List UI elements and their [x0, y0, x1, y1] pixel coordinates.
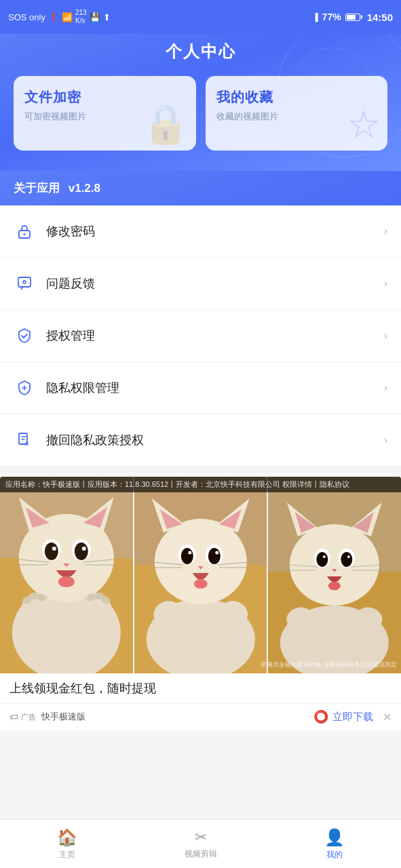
revoke-label: 撤回隐私政策授权 — [46, 432, 384, 448]
svg-point-17 — [52, 547, 56, 551]
svg-point-63 — [317, 552, 328, 567]
file-encrypt-card[interactable]: 文件加密 可加密视频图片 🔒 — [14, 76, 196, 151]
document-icon — [14, 429, 35, 451]
cat-panel-3 — [267, 477, 401, 673]
svg-point-18 — [82, 547, 86, 551]
ad-close-button[interactable]: ✕ — [383, 711, 392, 724]
arrow-icon-1: › — [384, 277, 387, 290]
status-left: SOS only ❗ 📶 213 K/s 💾 ⬆ — [8, 9, 111, 25]
ad-info-bar: 应用名称：快手极速版丨应用版本：11.8.30.6512丨开发者：北京快手科技有… — [0, 477, 401, 492]
star-icon: ☆ — [347, 102, 381, 146]
sos-text: SOS only — [8, 12, 45, 22]
arrow-icon-4: › — [384, 434, 387, 446]
header-area: 个人中心 文件加密 可加密视频图片 🔒 我的收藏 收藏的视频图片 ☆ — [0, 34, 401, 171]
data-speed: 213 K/s — [75, 9, 87, 25]
status-right: ▐ 77% 14:50 — [313, 12, 393, 23]
alert-icon: ❗ — [48, 12, 59, 22]
menu-item-revoke[interactable]: 撤回隐私政策授权 › — [0, 414, 401, 466]
privacy-label: 隐私权限管理 — [46, 380, 384, 396]
sd-icon: 💾 — [90, 12, 100, 22]
svg-point-3 — [23, 281, 26, 283]
home-icon: 🏠 — [57, 828, 77, 847]
svg-point-67 — [328, 582, 341, 591]
favorites-title: 我的收藏 — [216, 88, 377, 106]
nav-label-video-edit: 视频剪辑 — [185, 848, 217, 860]
nav-item-home[interactable]: 🏠 主页 — [0, 828, 134, 861]
arrow-icon-0: › — [384, 225, 387, 237]
favorites-subtitle: 收藏的视频图片 — [216, 111, 377, 123]
nav-item-video-edit[interactable]: ✂ 视频剪辑 — [134, 829, 267, 860]
bottom-nav: 🏠 主页 ✂ 视频剪辑 👤 我的 — [0, 819, 401, 868]
signal-bars: ▐ — [313, 13, 318, 21]
svg-point-35 — [155, 519, 247, 604]
about-section: 关于应用 v1.2.8 — [0, 171, 401, 205]
ad-download-button[interactable]: ⭕ 立即下载 — [313, 709, 373, 724]
menu-item-feedback[interactable]: 问题反馈 › — [0, 258, 401, 310]
svg-point-1 — [24, 233, 26, 235]
menu-list: 修改密码 › 问题反馈 › — [0, 205, 401, 466]
ad-badge-icon: 🏷 — [9, 712, 18, 722]
feature-cards: 文件加密 可加密视频图片 🔒 我的收藏 收藏的视频图片 ☆ — [14, 76, 387, 151]
feedback-icon — [14, 273, 35, 294]
ad-badge: 🏷 广告 — [9, 712, 36, 722]
svg-point-66 — [347, 555, 350, 558]
menu-item-change-password[interactable]: 修改密码 › — [0, 205, 401, 258]
profile-icon: 👤 — [324, 828, 345, 847]
menu-item-privacy[interactable]: 隐私权限管理 › — [0, 362, 401, 414]
battery-indicator — [345, 14, 360, 21]
privacy-shield-icon — [14, 377, 35, 399]
svg-point-42 — [181, 548, 193, 564]
nav-label-profile: 我的 — [326, 849, 343, 861]
wifi-icon: 📶 — [62, 12, 73, 22]
download-circle-icon: ⭕ — [313, 709, 328, 724]
ad-caption: 上线领现金红包，随时提现 — [0, 673, 401, 703]
battery-fill — [347, 15, 356, 20]
menu-item-auth[interactable]: 授权管理 › — [0, 310, 401, 362]
ad-watermark: 所展示全额为单笔到账 金额根据任务完成情况而定 — [261, 660, 397, 669]
favorites-card[interactable]: 我的收藏 收藏的视频图片 ☆ — [206, 76, 388, 151]
svg-point-64 — [341, 552, 353, 567]
page-title: 个人中心 — [14, 41, 387, 62]
arrow-icon-2: › — [384, 330, 387, 342]
svg-point-43 — [208, 548, 221, 564]
svg-point-16 — [75, 542, 88, 560]
cat-panel-2 — [133, 477, 267, 673]
change-password-label: 修改密码 — [46, 223, 384, 239]
svg-point-65 — [323, 555, 326, 558]
svg-point-19 — [58, 576, 75, 587]
svg-rect-2 — [18, 277, 31, 287]
svg-point-45 — [215, 551, 218, 555]
about-label: 关于应用 — [14, 182, 60, 195]
lock-outline-icon — [14, 220, 35, 242]
cat-panel-1 — [0, 477, 133, 673]
ad-badge-text: 广告 — [21, 712, 36, 722]
svg-point-15 — [45, 542, 58, 560]
nav-item-profile[interactable]: 👤 我的 — [267, 828, 401, 861]
shield-icon — [14, 325, 35, 347]
download-label: 立即下载 — [332, 711, 373, 724]
scissors-icon: ✂ — [195, 829, 207, 846]
feedback-label: 问题反馈 — [46, 275, 384, 292]
nav-label-home: 主页 — [59, 849, 75, 861]
svg-point-44 — [188, 551, 191, 555]
battery-percent: 77% — [322, 12, 341, 22]
status-bar: SOS only ❗ 📶 213 K/s 💾 ⬆ ▐ 77% 14:50 — [0, 0, 401, 34]
ad-container: 应用名称：快手极速版丨应用版本：11.8.30.6512丨开发者：北京快手科技有… — [0, 477, 401, 731]
svg-point-46 — [194, 579, 208, 589]
upload-icon: ⬆ — [103, 12, 111, 22]
cat-grid: 所展示全额为单笔到账 金额根据任务完成情况而定 — [0, 477, 401, 673]
lock-icon: 🔒 — [142, 102, 189, 146]
time-display: 14:50 — [367, 12, 393, 23]
svg-point-56 — [290, 524, 379, 606]
arrow-icon-3: › — [384, 382, 387, 394]
auth-label: 授权管理 — [46, 328, 384, 344]
ad-bottom-bar: 🏷 广告 快手极速版 ⭕ 立即下载 ✕ — [0, 703, 401, 731]
ad-app-name: 快手极速版 — [41, 711, 85, 723]
ad-image-wrapper: 应用名称：快手极速版丨应用版本：11.8.30.6512丨开发者：北京快手科技有… — [0, 477, 401, 673]
version-text: v1.2.8 — [69, 182, 100, 195]
